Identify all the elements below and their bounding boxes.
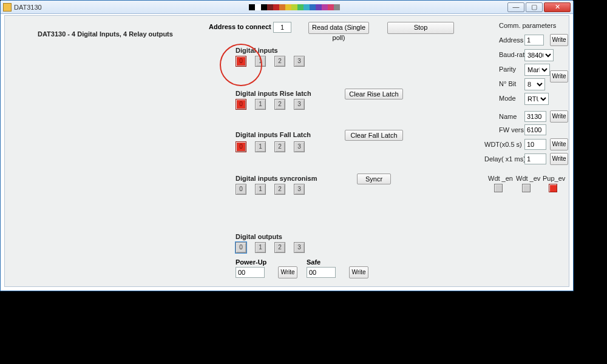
window-title: DAT3130	[14, 4, 182, 11]
fall-latch-bits: 0 1 2 3	[236, 141, 305, 152]
syncronism-bits: 0 1 2 3	[236, 184, 305, 195]
name-write-button[interactable]: Write	[550, 110, 568, 123]
do-bit-2[interactable]: 2	[274, 242, 285, 253]
mode-label: Mode	[499, 95, 516, 102]
minimize-button[interactable]: —	[507, 2, 524, 12]
fall-bit-2[interactable]: 2	[274, 141, 285, 152]
taskbar-color-strip	[249, 4, 340, 10]
page-title: DAT3130 - 4 Digital Inputs, 4 Relay outp…	[38, 30, 173, 38]
rise-bit-0[interactable]: 0	[236, 99, 246, 110]
sync-bit-0[interactable]: 0	[236, 184, 246, 195]
power-up-write-button[interactable]: Write	[278, 266, 297, 278]
wdt-write-button[interactable]: Write	[550, 138, 568, 150]
mode-select[interactable]: RTU	[524, 93, 549, 105]
client-area: DAT3130 - 4 Digital Inputs, 4 Relay outp…	[4, 15, 569, 287]
power-up-input[interactable]	[236, 267, 265, 278]
power-up-label: Power-Up	[236, 258, 266, 266]
fall-bit-3[interactable]: 3	[294, 141, 305, 152]
fall-bit-1[interactable]: 1	[255, 141, 266, 152]
rise-bit-3[interactable]: 3	[294, 99, 305, 110]
rise-bit-2[interactable]: 2	[274, 99, 285, 110]
read-data-button[interactable]: Read data (Single poll)	[308, 22, 369, 34]
wdt-ev-label: Wdt _ev	[516, 175, 540, 182]
do-bit-3[interactable]: 3	[294, 242, 305, 253]
di-bit-0[interactable]: 0	[236, 56, 246, 67]
fw-version-label: FW vers.	[499, 126, 526, 133]
nbit-label: N° Bit	[499, 80, 516, 87]
parity-label: Parity	[499, 66, 516, 73]
safe-label: Safe	[307, 258, 320, 266]
maximize-button[interactable]: ▢	[526, 2, 543, 12]
pup-ev-label: Pup_ev	[543, 175, 565, 182]
rise-bit-1[interactable]: 1	[255, 99, 266, 110]
clear-rise-latch-button[interactable]: Clear Rise Latch	[345, 89, 403, 99]
delay-write-button[interactable]: Write	[550, 153, 568, 165]
comm-address-write-button[interactable]: Write	[550, 34, 568, 46]
rise-latch-bits: 0 1 2 3	[236, 99, 305, 110]
clear-fall-latch-button[interactable]: Clear Fall Latch	[345, 130, 403, 141]
comm-address-label: Address	[499, 36, 523, 44]
stop-button[interactable]: Stop	[387, 22, 454, 34]
safe-input[interactable]	[307, 267, 336, 278]
name-label: Name	[499, 113, 517, 120]
parity-select[interactable]: Mark	[524, 64, 550, 76]
digital-outputs-label: Digital outputs	[236, 233, 282, 240]
safe-write-button[interactable]: Write	[349, 266, 368, 278]
sync-bit-1[interactable]: 1	[255, 184, 266, 195]
wdt-en-checkbox[interactable]	[494, 184, 503, 192]
do-bit-1[interactable]: 1	[255, 242, 266, 253]
comm-address-input[interactable]	[524, 35, 544, 46]
name-input[interactable]	[524, 111, 546, 122]
app-icon	[3, 3, 12, 12]
address-to-connect-label: Address to connect	[209, 23, 271, 30]
di-bit-3[interactable]: 3	[294, 56, 305, 67]
syncronism-label: Digital inputs syncronism	[236, 175, 317, 182]
parity-nbit-write-button[interactable]: Write	[550, 70, 568, 83]
pup-ev-checkbox[interactable]	[549, 184, 557, 192]
sync-bit-2[interactable]: 2	[274, 184, 285, 195]
do-bit-0[interactable]: 0	[236, 242, 246, 253]
close-button[interactable]: ✕	[544, 2, 571, 12]
wdt-ev-checkbox[interactable]	[522, 184, 531, 192]
rise-latch-label: Digital inputs Rise latch	[236, 90, 311, 97]
wdt-label: WDT(x0.5 s)	[484, 141, 522, 148]
digital-inputs-label: Digital inputs	[236, 47, 278, 54]
baud-rate-select[interactable]: 38400	[524, 49, 554, 61]
address-to-connect-input[interactable]	[273, 22, 291, 33]
nbit-select[interactable]: 8	[524, 78, 545, 90]
fall-latch-label: Digital inputs Fall Latch	[236, 131, 311, 138]
app-window: DAT3130 — ▢ ✕ DAT3130 - 4 Digital Inputs…	[0, 0, 574, 291]
titlebar: DAT3130 — ▢ ✕	[1, 1, 573, 14]
wdt-input[interactable]	[524, 139, 546, 150]
syncr-button[interactable]: Syncr	[357, 174, 391, 184]
comm-parameters-header: Comm. parameters	[499, 22, 556, 29]
wdt-en-label: Wdt _en	[488, 175, 513, 182]
delay-label: Delay( x1 ms)	[484, 155, 526, 163]
sync-bit-3[interactable]: 3	[294, 184, 305, 195]
fw-version-input[interactable]	[524, 124, 546, 135]
digital-inputs-bits: 0 1 2 3	[236, 56, 305, 67]
di-bit-2[interactable]: 2	[274, 56, 285, 67]
di-bit-1[interactable]: 1	[255, 56, 266, 67]
fall-bit-0[interactable]: 0	[236, 141, 246, 152]
delay-input[interactable]	[524, 153, 546, 164]
digital-outputs-bits: 0 1 2 3	[236, 242, 305, 253]
